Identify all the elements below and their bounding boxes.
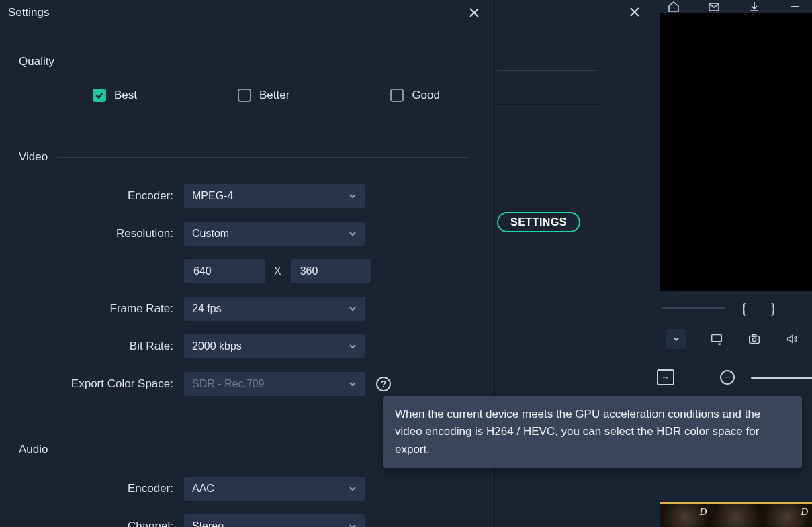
select-value: 2000 kbps [192, 340, 242, 352]
chevron-down-icon [672, 335, 680, 343]
video-section-label: Video [19, 150, 57, 164]
video-bitrate-label: Bit Rate: [19, 340, 173, 353]
select-value: AAC [192, 483, 214, 495]
video-encoder-select[interactable]: MPEG-4 [184, 184, 365, 208]
quality-section-label: Quality [19, 55, 64, 68]
fit-width-icon[interactable]: ↔ [657, 369, 674, 385]
width-value: 640 [193, 265, 212, 277]
zoom-out-button[interactable]: − [720, 370, 735, 385]
minimize-icon[interactable] [787, 0, 802, 14]
quality-option-best[interactable]: Best [93, 89, 137, 102]
audio-channel-row: Channel: Stereo [19, 514, 475, 527]
video-bitrate-row: Bit Rate: 2000 kbps [19, 334, 475, 358]
quality-options: Best Better Good [19, 89, 475, 102]
brace-right-icon: } [770, 301, 777, 316]
zoom-controls: ↔ − [657, 369, 812, 385]
preview-controls [666, 329, 799, 349]
section-divider [57, 157, 469, 158]
audio-encoder-row: Encoder: AAC [19, 477, 475, 501]
quality-option-good[interactable]: Good [390, 89, 440, 102]
select-value: SDR - Rec.709 [192, 378, 265, 390]
audio-channel-select[interactable]: Stereo [184, 514, 365, 527]
close-icon [468, 7, 480, 19]
panel-title: Settings [8, 6, 49, 19]
frame-badge: D [699, 506, 707, 518]
chevron-down-icon [348, 379, 357, 389]
video-encoder-label: Encoder: [19, 189, 173, 203]
svg-rect-1 [712, 335, 722, 342]
monitor-icon[interactable] [709, 332, 724, 346]
video-framerate-label: Frame Rate: [19, 302, 173, 316]
panel-header: Settings [0, 0, 494, 28]
select-value: Stereo [192, 520, 224, 527]
dimension-separator: X [274, 265, 281, 277]
video-resolution-label: Resolution: [19, 227, 173, 240]
secondary-divider [497, 104, 600, 105]
select-value: 24 fps [192, 303, 222, 315]
help-icon[interactable]: ? [376, 377, 391, 391]
quality-option-label: Good [412, 89, 440, 102]
frame-badge: D [801, 506, 808, 518]
video-colorspace-label: Export Color Space: [19, 377, 173, 391]
top-toolbar [666, 0, 802, 13]
chevron-down-icon [348, 191, 357, 201]
audio-encoder-select[interactable]: AAC [184, 477, 365, 501]
timeline-annotation-row: { } [662, 298, 812, 318]
minus-glyph: − [724, 371, 730, 383]
audio-section-label: Audio [19, 443, 57, 457]
fit-glyph: ↔ [662, 373, 670, 382]
dimension-inputs: 640 X 360 [184, 259, 371, 283]
chevron-down-icon [348, 484, 357, 493]
video-framerate-select[interactable]: 24 fps [184, 297, 365, 321]
video-resolution-select[interactable]: Custom [184, 222, 365, 246]
chevron-down-icon [348, 304, 357, 314]
brace-left-icon: { [741, 301, 748, 316]
select-value: Custom [192, 228, 229, 240]
height-value: 360 [300, 265, 318, 277]
video-resolution-row: Resolution: Custom [19, 222, 475, 246]
video-encoder-row: Encoder: MPEG-4 [19, 184, 475, 208]
quality-option-better[interactable]: Better [238, 89, 289, 102]
filmstrip-frame[interactable]: D [660, 502, 711, 527]
quality-option-label: Better [259, 89, 289, 102]
snapshot-icon[interactable] [747, 332, 762, 346]
chevron-down-icon [348, 522, 357, 527]
video-dimensions-row: 640 X 360 [19, 259, 475, 283]
video-colorspace-select[interactable]: SDR - Rec.709 [184, 372, 365, 396]
audio-channel-label: Channel: [19, 520, 173, 527]
video-framerate-row: Frame Rate: 24 fps [19, 297, 475, 321]
video-colorspace-row: Export Color Space: SDR - Rec.709 ? [19, 372, 475, 396]
close-icon [629, 6, 641, 18]
width-input[interactable]: 640 [184, 259, 265, 283]
chevron-down-icon [348, 229, 357, 238]
svg-rect-2 [750, 336, 760, 343]
svg-point-3 [752, 338, 756, 341]
checkbox-icon [390, 89, 404, 102]
filmstrip-frame[interactable] [711, 502, 761, 527]
audio-encoder-label: Encoder: [19, 482, 173, 495]
filmstrip[interactable]: D D [660, 502, 812, 527]
checkbox-checked-icon [93, 89, 106, 102]
zoom-slider[interactable] [751, 377, 812, 379]
settings-button[interactable]: SETTINGS [497, 212, 580, 232]
checkbox-icon [238, 89, 251, 102]
mail-icon[interactable] [707, 0, 721, 14]
preview-viewport [660, 13, 812, 291]
quality-section-header: Quality [19, 55, 475, 68]
secondary-close-button[interactable] [629, 6, 643, 21]
close-button[interactable] [467, 5, 482, 20]
progress-slider[interactable] [662, 307, 725, 309]
chevron-down-icon [348, 342, 357, 351]
video-section-header: Video [19, 150, 475, 164]
height-input[interactable]: 360 [291, 259, 371, 283]
video-bitrate-select[interactable]: 2000 kbps [184, 334, 365, 358]
download-icon[interactable] [747, 0, 762, 14]
quality-option-label: Best [114, 89, 137, 102]
colorspace-tooltip: When the current device meets the GPU ac… [383, 396, 802, 468]
section-divider [64, 62, 469, 62]
select-value: MPEG-4 [192, 190, 233, 202]
home-icon[interactable] [666, 0, 681, 14]
dropdown-button[interactable] [666, 329, 686, 349]
filmstrip-frame[interactable]: D [762, 502, 812, 527]
volume-icon[interactable] [784, 332, 799, 346]
